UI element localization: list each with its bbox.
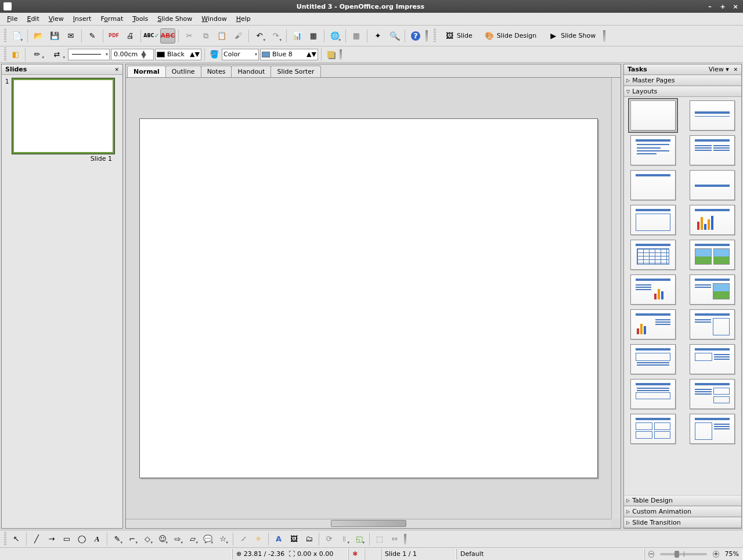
undo-button[interactable]: ↶: [252, 28, 267, 44]
menu-view[interactable]: View: [44, 13, 68, 24]
arrow-tool[interactable]: →: [45, 532, 59, 546]
slide-show-button[interactable]: ▶Slide Show: [543, 28, 601, 44]
layout-two-content[interactable]: [690, 135, 735, 165]
zoom-slider[interactable]: [660, 553, 707, 555]
layout-two-objects-text[interactable]: [690, 344, 735, 374]
line-style-combo[interactable]: ▾: [68, 49, 110, 60]
toolbar-overflow[interactable]: [425, 30, 428, 42]
tab-slide-sorter[interactable]: Slide Sorter: [270, 66, 320, 77]
toolbar-overflow-bottom[interactable]: [404, 534, 406, 544]
layout-object-over-text[interactable]: [630, 344, 676, 374]
layout-title-clipart[interactable]: [690, 240, 735, 270]
arrange-button-bottom[interactable]: ◱: [352, 532, 366, 546]
help-button[interactable]: ?: [408, 28, 423, 44]
basic-shapes-tool[interactable]: ◇: [140, 532, 154, 546]
connector-tool[interactable]: ⌐: [125, 532, 139, 546]
shadow-button[interactable]: [324, 48, 337, 61]
line-endpoint-button[interactable]: ✏: [28, 48, 46, 61]
layout-title-only[interactable]: [630, 170, 676, 200]
print-button[interactable]: 🖨: [122, 28, 138, 44]
toolbar-handle[interactable]: [4, 29, 6, 43]
layout-blank[interactable]: [630, 100, 676, 131]
zoom-button[interactable]: 🔍: [387, 28, 402, 44]
format-paintbrush-button[interactable]: 🖌: [230, 28, 246, 44]
layout-title-chart[interactable]: [690, 205, 735, 235]
toolbar-handle-3[interactable]: [4, 48, 6, 62]
fill-type-combo[interactable]: Color ▾: [222, 49, 259, 60]
tab-handout[interactable]: Handout: [231, 66, 271, 77]
hyperlink-button[interactable]: 🌐: [327, 28, 342, 44]
slides-panel-close[interactable]: ✕: [114, 67, 119, 73]
from-file-button[interactable]: 🖼: [287, 532, 301, 546]
toolbar-handle-2[interactable]: [434, 29, 436, 43]
align-button[interactable]: ⫴: [337, 532, 351, 546]
arrow-style-button[interactable]: ⇄: [47, 48, 67, 61]
slide-design-button[interactable]: 🎨Slide Design: [479, 28, 542, 44]
layout-title-object[interactable]: [630, 205, 676, 235]
table-button[interactable]: ▦: [306, 28, 321, 44]
menu-tools[interactable]: Tools: [128, 13, 153, 24]
menu-insert[interactable]: Insert: [68, 13, 96, 24]
status-signature[interactable]: [365, 549, 381, 559]
menu-window[interactable]: Window: [197, 13, 231, 24]
slide-button[interactable]: 🖼Slide: [439, 28, 478, 44]
layout-text-chart[interactable]: [630, 274, 676, 305]
slide-thumbnail-1[interactable]: 1: [5, 78, 119, 154]
symbol-shapes-tool[interactable]: ☺: [156, 532, 169, 546]
tasks-panel-close[interactable]: ✕: [733, 67, 738, 73]
section-slide-transition[interactable]: ▷Slide Transition: [624, 517, 741, 528]
zoom-value[interactable]: 75%: [725, 550, 739, 558]
layout-text-clipart[interactable]: [690, 274, 735, 305]
tab-outline[interactable]: Outline: [165, 66, 201, 77]
menu-format[interactable]: Format: [96, 13, 128, 24]
extrusion-button[interactable]: ⬚: [373, 532, 387, 546]
points-tool[interactable]: ⟋: [236, 532, 250, 546]
select-tool[interactable]: ↖: [9, 532, 23, 546]
section-layouts[interactable]: ▽Layouts: [624, 86, 741, 97]
menu-file[interactable]: File: [2, 13, 22, 24]
line-width-spinner[interactable]: 0.00cm ▲▼: [111, 49, 154, 60]
slide-canvas[interactable]: [139, 118, 598, 478]
layout-text-over-object[interactable]: [630, 379, 676, 409]
layout-text-object[interactable]: [690, 309, 735, 339]
layout-four-objects[interactable]: [630, 414, 676, 444]
line-color-combo[interactable]: Black ▲▼: [155, 49, 201, 60]
area-button[interactable]: 🪣: [208, 48, 221, 61]
section-custom-animation[interactable]: ▷Custom Animation: [624, 506, 741, 517]
callouts-tool[interactable]: 💬: [201, 532, 215, 546]
spellcheck-button[interactable]: ABC✓: [144, 28, 159, 44]
cut-button[interactable]: ✂: [182, 28, 197, 44]
autospellcheck-button[interactable]: ABC: [160, 28, 175, 44]
minimize-button[interactable]: –: [706, 3, 714, 10]
interaction-button[interactable]: ⇔: [388, 532, 402, 546]
fontwork-button[interactable]: A: [272, 532, 286, 546]
open-button[interactable]: 📂: [31, 28, 46, 44]
curve-tool[interactable]: ✎: [110, 532, 124, 546]
block-arrows-tool[interactable]: ⇨: [171, 532, 185, 546]
redo-button[interactable]: ↷: [268, 28, 283, 44]
layout-object-text[interactable]: [690, 414, 735, 444]
flowchart-tool[interactable]: ▱: [186, 532, 200, 546]
toolbar-overflow-2[interactable]: [603, 30, 605, 42]
menu-slideshow[interactable]: Slide Show: [153, 13, 197, 24]
layout-title[interactable]: [690, 100, 735, 131]
menu-help[interactable]: Help: [232, 13, 255, 24]
layout-centered-text[interactable]: [690, 170, 735, 200]
edit-file-button[interactable]: ✎: [85, 28, 100, 44]
text-tool[interactable]: A: [90, 532, 104, 546]
grid-button[interactable]: ▦: [349, 28, 364, 44]
arrange-button[interactable]: ◧: [9, 48, 22, 61]
zoom-out-button[interactable]: −: [648, 551, 654, 558]
chart-button[interactable]: 📊: [290, 28, 305, 44]
stars-tool[interactable]: ☆: [216, 532, 230, 546]
new-button[interactable]: 📄: [9, 28, 24, 44]
paste-button[interactable]: 📋: [214, 28, 229, 44]
rotate-button[interactable]: ⟳: [322, 532, 336, 546]
spin-down-icon[interactable]: ▼: [141, 55, 146, 58]
save-button[interactable]: 💾: [47, 28, 62, 44]
close-button[interactable]: ×: [731, 3, 740, 10]
maximize-button[interactable]: +: [719, 3, 727, 10]
gluepoints-tool[interactable]: ✧: [251, 532, 265, 546]
vertical-scrollbar[interactable]: [611, 78, 621, 519]
navigator-button[interactable]: ✦: [370, 28, 385, 44]
